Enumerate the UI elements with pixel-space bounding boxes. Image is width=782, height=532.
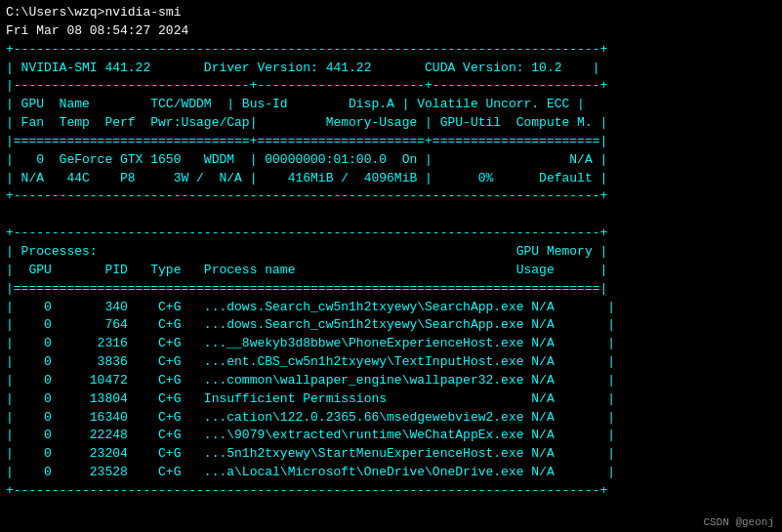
cmd-line: C:\Users\wzq>nvidia-smi — [6, 4, 776, 22]
proc-row-5: | 0 10472 C+G ...common\wallpaper_engine… — [6, 372, 776, 390]
proc-separator: |=======================================… — [6, 280, 776, 299]
proc-row-8: | 0 22248 C+G ...\9079\extracted\runtime… — [6, 427, 776, 445]
proc-border-top: +---------------------------------------… — [6, 225, 776, 243]
proc-row-3: | 0 2316 C+G ...__8wekyb3d8bbwe\PhoneExp… — [6, 335, 776, 353]
header-1: | GPU Name TCC/WDDM | Bus-Id Disp.A | Vo… — [6, 96, 776, 114]
border-top: +---------------------------------------… — [6, 41, 776, 60]
empty-line — [6, 206, 776, 225]
date-line: Fri Mar 08 08:54:27 2024 — [6, 22, 776, 41]
proc-border-bot: +---------------------------------------… — [6, 482, 776, 501]
header-2: | Fan Temp Perf Pwr:Usage/Cap| Memory-Us… — [6, 114, 776, 133]
smi-version-line: | NVIDIA-SMI 441.22 Driver Version: 441.… — [6, 60, 776, 78]
proc-header-2: | GPU PID Type Process name Usage | — [6, 262, 776, 280]
terminal-body: C:\Users\wzq>nvidia-smi Fri Mar 08 08:54… — [0, 0, 782, 532]
terminal-container: C:\Users\wzq>nvidia-smi Fri Mar 08 08:54… — [0, 0, 782, 532]
gpu-row-2: | N/A 44C P8 3W / N/A | 416MiB / 4096MiB… — [6, 170, 776, 188]
proc-row-4: | 0 3836 C+G ...ent.CBS_cw5n1h2txyewy\Te… — [6, 353, 776, 372]
separator-1: |-------------------------------+-------… — [6, 77, 776, 96]
gpu-row-1: | 0 GeForce GTX 1650 WDDM | 00000000:01:… — [6, 151, 776, 170]
watermark: CSDN @geonj — [703, 516, 774, 528]
proc-row-10: | 0 23528 C+G ...a\Local\Microsoft\OneDr… — [6, 464, 776, 482]
proc-row-9: | 0 23204 C+G ...5n1h2txyewy\StartMenuEx… — [6, 445, 776, 464]
proc-row-1: | 0 340 C+G ...dows.Search_cw5n1h2txyewy… — [6, 299, 776, 317]
border-mid: +---------------------------------------… — [6, 187, 776, 206]
proc-row-7: | 0 16340 C+G ...cation\122.0.2365.66\ms… — [6, 409, 776, 428]
separator-2: |===============================+=======… — [6, 133, 776, 151]
proc-row-2: | 0 764 C+G ...dows.Search_cw5n1h2txyewy… — [6, 316, 776, 335]
proc-header-1: | Processes: GPU Memory | — [6, 243, 776, 262]
proc-row-6: | 0 13804 C+G Insufficient Permissions N… — [6, 390, 776, 409]
